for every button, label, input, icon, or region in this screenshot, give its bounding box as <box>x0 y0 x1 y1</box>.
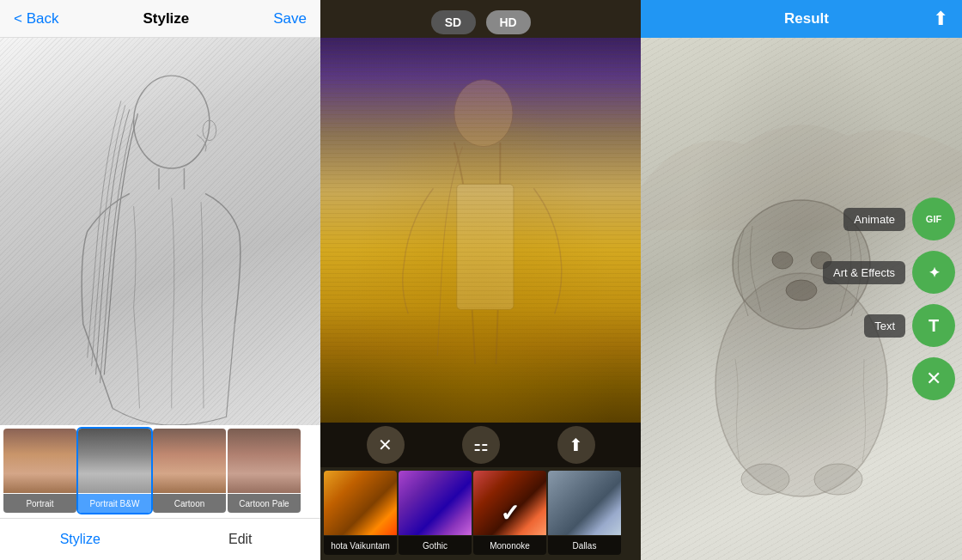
close-icon: ✕ <box>378 435 393 455</box>
panel-result: Result ⬆ <box>641 0 962 560</box>
thumbnail-cartoon-pale-image <box>228 429 301 493</box>
result-share-button[interactable]: ⬆ <box>933 8 948 30</box>
share-icon: ⬆ <box>569 435 583 455</box>
filter-settings-button[interactable]: ⚏ <box>462 426 500 464</box>
panel3-image-container: Animate GIF Art & Effects ✦ Text T ✕ <box>641 38 962 560</box>
filter-dallas-image <box>548 471 621 535</box>
hd-button[interactable]: HD <box>486 10 531 34</box>
panel2-toolbar: ✕ ⚏ ⬆ <box>320 423 641 467</box>
art-effects-action-row: Art & Effects ✦ <box>823 251 955 294</box>
filter-gothic-label: Gothic <box>399 536 472 555</box>
panel3-header: Result ⬆ <box>641 0 962 38</box>
save-button[interactable]: Save <box>273 10 307 27</box>
panel-edit: SD HD ✕ ⚏ ⬆ <box>320 0 641 560</box>
svg-point-2 <box>454 80 513 147</box>
art-effects-label: Art & Effects <box>823 261 905 284</box>
thumbnail-cartoon-pale-label: Cartoon Pale <box>228 494 301 513</box>
tab-stylize[interactable]: Stylize <box>0 519 161 560</box>
svg-point-6 <box>772 252 793 269</box>
tab-edit[interactable]: Edit <box>161 519 321 560</box>
panel1-header: < Back Stylize Save <box>0 0 320 38</box>
thumbnail-portrait-bw-image <box>78 429 151 493</box>
panel1-title: Stylize <box>143 10 189 27</box>
filter-gothic[interactable]: Gothic <box>399 471 472 555</box>
svg-rect-3 <box>457 184 514 309</box>
thumbnail-portrait-bw-label: Portrait B&W <box>78 494 151 513</box>
filter-mononoke-checkmark: ✓ <box>500 499 520 527</box>
thumbnail-portrait-label: Portrait <box>3 494 76 513</box>
text-label: Text <box>864 314 905 338</box>
field-girl-svg <box>320 38 641 423</box>
filter-close-button[interactable]: ✕ <box>367 426 405 464</box>
sparkle-icon: ✦ <box>929 265 940 281</box>
filter-bhota-image <box>324 471 397 535</box>
animate-button[interactable]: GIF <box>912 198 955 240</box>
thumbnail-portrait-bw[interactable]: Portrait B&W <box>78 429 151 513</box>
filter-dallas-label: Dallas <box>548 536 621 555</box>
panel2-filter-strip: hota Vaikuntam Gothic ✓ Mononoke Dallas <box>320 467 641 560</box>
svg-point-9 <box>741 464 789 495</box>
svg-point-8 <box>786 280 817 301</box>
panel1-sketch-image <box>0 38 320 425</box>
result-close-button[interactable]: ✕ <box>912 357 955 400</box>
filter-share-button[interactable]: ⬆ <box>557 426 595 464</box>
panel2-top-bar: SD HD <box>320 0 641 38</box>
sketch-background <box>0 38 320 425</box>
field-background <box>320 38 641 423</box>
text-button[interactable]: T <box>912 304 955 347</box>
sd-button[interactable]: SD <box>431 10 476 34</box>
animate-action-row: Animate GIF <box>843 198 955 240</box>
side-actions: Animate GIF Art & Effects ✦ Text T ✕ <box>823 198 955 400</box>
settings-icon: ⚏ <box>473 435 489 455</box>
girl-sketch-svg <box>0 38 320 425</box>
gif-icon: GIF <box>926 214 941 224</box>
svg-point-0 <box>134 76 210 168</box>
close-action-row: ✕ <box>912 357 955 400</box>
thumbnail-cartoon-label: Cartoon <box>153 494 226 513</box>
filter-dallas[interactable]: Dallas <box>548 471 621 555</box>
panel1-thumbnails: Portrait Portrait B&W Cartoon Cartoon Pa… <box>0 425 320 518</box>
svg-point-10 <box>814 464 862 495</box>
back-button[interactable]: < Back <box>14 10 58 27</box>
thumbnail-cartoon[interactable]: Cartoon <box>153 429 226 513</box>
panel1-bottom-tabs: Stylize Edit <box>0 518 320 560</box>
animate-label: Animate <box>843 208 905 231</box>
panel-stylize: < Back Stylize Save <box>0 0 320 560</box>
filter-bhota-label: hota Vaikuntam <box>324 536 397 555</box>
text-icon: T <box>929 316 939 336</box>
text-action-row: Text T <box>864 304 955 347</box>
panel3-title: Result <box>680 10 933 27</box>
thumbnail-cartoon-image <box>153 429 226 493</box>
thumbnail-portrait[interactable]: Portrait <box>3 429 76 513</box>
filter-bhota-vaikuntam[interactable]: hota Vaikuntam <box>324 471 397 555</box>
filter-gothic-image <box>399 471 472 535</box>
thumbnail-cartoon-pale[interactable]: Cartoon Pale <box>228 429 301 513</box>
thumbnail-portrait-image <box>3 429 76 493</box>
panel2-field-image <box>320 38 641 423</box>
close-circle-icon: ✕ <box>926 368 941 390</box>
art-effects-button[interactable]: ✦ <box>912 251 955 294</box>
filter-mononoke[interactable]: ✓ Mononoke <box>473 471 546 555</box>
filter-mononoke-label: Mononoke <box>473 536 546 555</box>
